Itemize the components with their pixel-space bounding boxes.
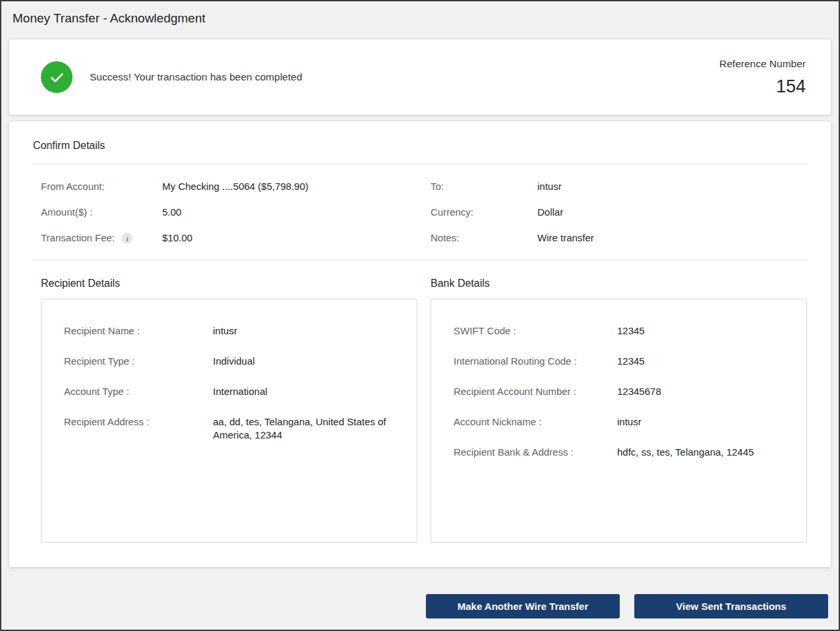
currency-label: Currency: <box>431 206 537 219</box>
recipient-type-label: Recipient Type : <box>64 355 213 368</box>
view-sent-transactions-button[interactable]: View Sent Transactions <box>634 594 828 618</box>
confirm-details-grid: From Account: My Checking ....5064 ($5,7… <box>33 164 807 260</box>
success-check-icon <box>41 61 73 93</box>
reference-number-value: 154 <box>719 76 806 97</box>
recipient-address-value: aa, dd, tes, Telangana, United States of… <box>213 415 394 442</box>
confirm-details-right-column: To: intusr Currency: Dollar Notes: Wire … <box>431 180 807 257</box>
transaction-fee-row: Transaction Fee: i $10.00 <box>41 231 417 245</box>
page-title: Money Transfer - Acknowledgment <box>1 1 839 34</box>
bank-details-heading: Bank Details <box>431 278 807 289</box>
recipient-details-section: Recipient Details Recipient Name : intus… <box>41 278 417 543</box>
footer-actions: Make Another Wire Transfer View Sent Tra… <box>1 594 839 618</box>
confirm-details-heading: Confirm Details <box>33 140 807 164</box>
transaction-fee-label: Transaction Fee: <box>41 232 115 243</box>
recipient-details-heading: Recipient Details <box>41 278 417 289</box>
reference-block: Reference Number 154 <box>719 58 806 97</box>
recipient-account-number-label: Recipient Account Number : <box>454 385 617 398</box>
international-routing-code-row: International Routing Code : 12345 <box>454 355 784 368</box>
make-another-wire-transfer-button[interactable]: Make Another Wire Transfer <box>426 594 620 618</box>
account-type-value: International <box>213 385 268 398</box>
amount-label: Amount($) : <box>41 206 162 219</box>
recipient-details-box: Recipient Name : intusr Recipient Type :… <box>41 299 417 543</box>
confirm-details-left-column: From Account: My Checking ....5064 ($5,7… <box>41 180 417 257</box>
success-banner: Success! Your transaction has been compl… <box>9 40 831 115</box>
currency-row: Currency: Dollar <box>431 206 807 219</box>
swift-code-label: SWIFT Code : <box>454 324 617 338</box>
to-row: To: intusr <box>431 180 807 193</box>
reference-number-label: Reference Number <box>719 58 806 70</box>
account-type-label: Account Type : <box>64 385 213 398</box>
account-nickname-value: intusr <box>617 415 642 429</box>
notes-value: Wire transfer <box>537 231 594 245</box>
info-icon[interactable]: i <box>121 233 133 244</box>
international-routing-code-label: International Routing Code : <box>454 355 617 368</box>
recipient-bank-address-row: Recipient Bank & Address : hdfc, ss, tes… <box>454 446 784 459</box>
recipient-bank-address-value: hdfc, ss, tes, Telangana, 12445 <box>617 446 754 459</box>
swift-code-value: 12345 <box>617 324 645 338</box>
recipient-name-row: Recipient Name : intusr <box>64 324 394 338</box>
recipient-account-number-row: Recipient Account Number : 12345678 <box>454 385 784 398</box>
to-label: To: <box>431 180 537 193</box>
currency-value: Dollar <box>537 206 563 219</box>
details-sections-row: Recipient Details Recipient Name : intus… <box>33 278 807 543</box>
notes-label: Notes: <box>431 231 537 245</box>
details-card: Confirm Details From Account: My Checkin… <box>9 121 831 567</box>
swift-code-row: SWIFT Code : 12345 <box>454 324 784 338</box>
from-account-value: My Checking ....5064 ($5,798.90) <box>162 180 309 193</box>
transaction-fee-label-cell: Transaction Fee: i <box>41 231 162 245</box>
to-value: intusr <box>537 180 562 193</box>
recipient-name-label: Recipient Name : <box>64 324 213 338</box>
account-nickname-label: Account Nickname : <box>454 415 617 429</box>
account-nickname-row: Account Nickname : intusr <box>454 415 784 429</box>
recipient-type-row: Recipient Type : Individual <box>64 355 394 368</box>
recipient-account-number-value: 12345678 <box>617 385 661 398</box>
amount-row: Amount($) : 5.00 <box>41 206 417 219</box>
international-routing-code-value: 12345 <box>617 355 645 368</box>
from-account-row: From Account: My Checking ....5064 ($5,7… <box>41 180 417 193</box>
bank-details-box: SWIFT Code : 12345 International Routing… <box>431 299 807 543</box>
amount-value: 5.00 <box>162 206 181 219</box>
notes-row: Notes: Wire transfer <box>431 231 807 245</box>
recipient-address-row: Recipient Address : aa, dd, tes, Telanga… <box>64 415 394 442</box>
recipient-address-label: Recipient Address : <box>64 415 213 429</box>
success-message: Success! Your transaction has been compl… <box>90 71 302 83</box>
account-type-row: Account Type : International <box>64 385 394 398</box>
recipient-name-value: intusr <box>213 324 237 338</box>
recipient-type-value: Individual <box>213 355 255 368</box>
from-account-label: From Account: <box>41 180 162 193</box>
bank-details-section: Bank Details SWIFT Code : 12345 Internat… <box>431 278 807 543</box>
money-transfer-acknowledgment-page: Money Transfer - Acknowledgment Success!… <box>0 0 840 631</box>
recipient-bank-address-label: Recipient Bank & Address : <box>454 446 617 459</box>
transaction-fee-value: $10.00 <box>162 231 193 245</box>
